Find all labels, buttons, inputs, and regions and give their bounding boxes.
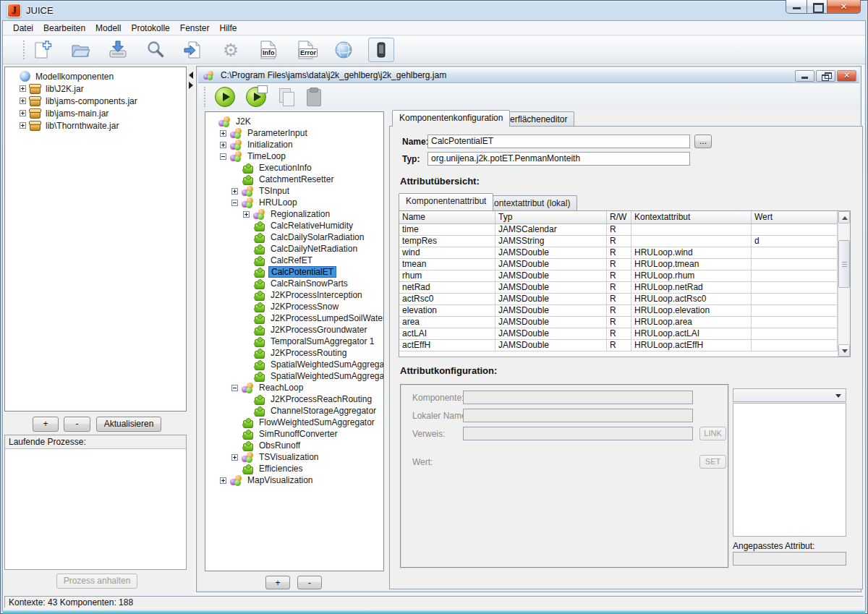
tree-item[interactable]: J2KProcessInterception (205, 289, 383, 301)
component-name-field[interactable]: CalcPotentialET (427, 135, 690, 148)
info-log-button[interactable]: Info (255, 38, 281, 62)
expander-collapsed-icon[interactable] (243, 211, 250, 218)
error-log-button[interactable]: Error (293, 38, 319, 62)
tree-item[interactable]: Regionalization (205, 208, 383, 220)
attribute-select-dropdown[interactable] (733, 388, 846, 402)
tree-item[interactable]: J2KProcessLumpedSoilWater (205, 312, 383, 324)
table-cell[interactable]: time (399, 224, 495, 235)
tree-item[interactable]: lib\jams-main.jar (5, 107, 186, 119)
menu-item-fenster[interactable]: Fenster (175, 22, 215, 35)
table-cell[interactable] (752, 328, 838, 339)
table-cell[interactable]: R (607, 224, 631, 235)
tree-item[interactable]: CalcRefET (205, 255, 383, 266)
tree-item[interactable]: ExecutionInfo (205, 162, 383, 174)
table-cell[interactable]: R (607, 247, 631, 258)
column-header[interactable]: Name (399, 211, 495, 223)
tree-item[interactable]: CatchmentResetter (205, 174, 383, 185)
tree-item[interactable]: MapVisualization (205, 474, 383, 486)
table-cell[interactable]: R (607, 305, 631, 316)
running-processes-list[interactable] (5, 448, 186, 569)
tree-item[interactable]: ObsRunoff (205, 440, 383, 451)
table-row[interactable]: areaJAMSDoubleRHRULoop.area (399, 317, 838, 328)
tree-item[interactable]: J2KProcessRouting (205, 347, 383, 359)
table-cell[interactable] (752, 247, 838, 258)
panel-splitter[interactable] (188, 64, 195, 594)
expander-collapsed-icon[interactable] (231, 454, 238, 461)
table-cell[interactable]: HRULoop.area (631, 317, 752, 328)
tree-item[interactable]: ReachLoop (205, 382, 383, 393)
document-close-button[interactable] (837, 70, 856, 82)
table-cell[interactable]: actRsc0 (399, 294, 495, 304)
expander-collapsed-icon[interactable] (220, 142, 226, 148)
table-cell[interactable] (752, 340, 838, 351)
export-button[interactable] (180, 38, 206, 62)
expander-collapsed-icon[interactable] (20, 110, 26, 116)
table-cell[interactable]: R (607, 317, 631, 328)
table-cell[interactable]: JAMSDouble (495, 270, 607, 281)
table-cell[interactable]: HRULoop.netRad (631, 282, 752, 293)
table-cell[interactable] (631, 236, 752, 247)
table-cell[interactable]: netRad (399, 282, 495, 293)
run-model-button[interactable] (215, 87, 235, 107)
web-button[interactable] (331, 38, 357, 62)
menu-item-datei[interactable]: Datei (8, 22, 38, 35)
tree-item[interactable]: FlowWeightedSumAggregator (205, 417, 383, 428)
document-toolbar-drag-handle[interactable] (204, 87, 206, 107)
table-cell[interactable] (752, 317, 838, 328)
expander-expanded-icon[interactable] (220, 153, 226, 160)
scroll-down-icon[interactable] (838, 344, 850, 357)
tree-item[interactable]: CalcRelativeHumidity (205, 220, 383, 231)
table-cell[interactable]: rhum (399, 270, 495, 281)
table-cell[interactable]: R (607, 259, 631, 270)
table-cell[interactable]: JAMSCalendar (495, 224, 607, 235)
model-add-button[interactable]: + (265, 576, 290, 589)
toolbar-drag-handle[interactable] (23, 40, 25, 59)
table-cell[interactable]: JAMSDouble (495, 317, 607, 328)
table-row[interactable]: tmeanJAMSDoubleRHRULoop.tmean (399, 259, 838, 270)
tree-item[interactable]: TSInput (205, 185, 383, 197)
column-header[interactable]: Wert (752, 211, 838, 223)
name-more-button[interactable]: ... (694, 135, 712, 148)
table-cell[interactable]: R (607, 328, 631, 339)
expander-expanded-icon[interactable] (231, 200, 238, 206)
table-row[interactable]: actLAIJAMSDoubleRHRULoop.actLAI (399, 328, 838, 340)
tree-item[interactable]: CalcDailySolarRadiation (205, 231, 383, 243)
model-remove-button[interactable]: - (297, 576, 322, 589)
tree-item[interactable]: lib\J2K.jar (5, 82, 186, 95)
expander-collapsed-icon[interactable] (20, 85, 26, 92)
menu-item-protokolle[interactable]: Protokolle (126, 22, 174, 35)
table-cell[interactable]: R (607, 270, 631, 281)
splitter-collapse-right-icon[interactable] (189, 82, 193, 89)
run-model-gui-button[interactable] (246, 87, 266, 107)
table-cell[interactable]: tmean (399, 259, 495, 270)
table-cell[interactable]: actEffH (399, 340, 495, 351)
window-titlebar[interactable]: J JUICE (0, 0, 868, 21)
document-restore-button[interactable] (816, 70, 835, 82)
splitter-collapse-left-icon[interactable] (189, 72, 193, 79)
table-cell[interactable]: elevation (399, 305, 495, 316)
tree-item[interactable]: CalcDailyNetRadiation (205, 243, 383, 255)
library-remove-button[interactable]: - (64, 417, 90, 432)
tree-item[interactable]: CalcRainSnowParts (205, 278, 383, 289)
save-model-button[interactable] (105, 38, 131, 62)
tree-item[interactable]: ChannelStorageAggregator (205, 405, 383, 417)
tree-item[interactable]: J2KProcessSnow (205, 301, 383, 312)
table-cell[interactable]: HRULoop.elevation (631, 305, 752, 316)
tree-item[interactable]: Initialization (205, 139, 383, 150)
table-cell[interactable]: tempRes (399, 236, 495, 247)
attribute-table-scrollbar[interactable] (838, 211, 850, 357)
minimize-button[interactable] (786, 0, 807, 14)
table-cell[interactable] (752, 294, 838, 304)
expander-collapsed-icon[interactable] (20, 122, 26, 129)
table-cell[interactable]: d (752, 236, 838, 247)
table-row[interactable]: actRsc0JAMSDoubleRHRULoop.actRsc0 (399, 294, 838, 305)
expander-expanded-icon[interactable] (231, 385, 238, 391)
table-cell[interactable] (752, 224, 838, 235)
table-cell[interactable]: R (607, 236, 631, 247)
tree-item[interactable]: TemporalSumAggregator 1 (205, 336, 383, 347)
expander-collapsed-icon[interactable] (220, 477, 226, 484)
table-cell[interactable]: wind (399, 247, 495, 258)
table-cell[interactable]: JAMSDouble (495, 259, 607, 270)
tree-item[interactable]: J2KProcessGroundwater (205, 324, 383, 336)
table-cell[interactable]: HRULoop.rhum (631, 270, 752, 281)
